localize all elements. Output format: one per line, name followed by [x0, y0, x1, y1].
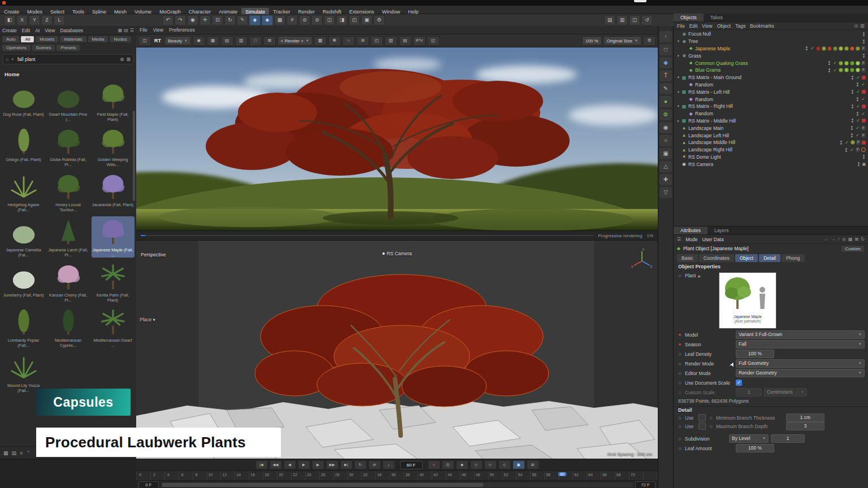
tag-badge[interactable]: F — [861, 46, 866, 51]
add-icon[interactable]: + — [11, 56, 14, 62]
material-swatch[interactable] — [844, 61, 849, 66]
object-row-landscape-middle-hill[interactable]: ▲Landscape Middle Hill✓F — [674, 139, 868, 146]
visibility-dots[interactable] — [852, 104, 853, 108]
mode-menu[interactable]: Mode — [685, 237, 697, 242]
cube-tool-icon[interactable]: □ — [659, 44, 672, 55]
property-select-season[interactable]: Fall▼ — [736, 340, 865, 348]
asset-tile-kanzan-cherry-fall-pl[interactable]: Kanzan Cherry (Fall, Pl... — [47, 262, 90, 303]
filter-presets[interactable]: Presets — [57, 45, 80, 51]
expand-arrow-icon[interactable]: ▾ — [676, 104, 681, 108]
tab-attributes[interactable]: Attributes — [674, 226, 708, 234]
filter-materials[interactable]: Materials — [60, 36, 86, 42]
material-swatch[interactable] — [839, 46, 843, 51]
ruler-tick[interactable]: 54 — [518, 473, 523, 477]
viewport-name-label[interactable]: Perspective — [141, 252, 166, 258]
redshift-tag-icon[interactable] — [862, 119, 866, 123]
render-view-menu-view[interactable]: View — [153, 27, 163, 33]
asset-tile-globe-robinia-fall-pl[interactable]: Globe Robinia (Fall, Pl... — [47, 126, 90, 167]
grid-snap-icon[interactable]: ▦ — [274, 15, 285, 25]
object-row-rs-camera[interactable]: ◉RS Camera▣ — [674, 160, 868, 168]
asset-tile-lombardy-poplar-fall[interactable]: Lombardy Poplar (Fall... — [2, 307, 45, 348]
asset-tile-dwarf-mountain-pine[interactable]: Dwarf Mountain Pine (... — [47, 81, 90, 122]
userdata-menu[interactable]: User Data — [702, 237, 723, 242]
objects-menu-edit[interactable]: Edit — [689, 23, 698, 29]
object-row-common-quaking-grass[interactable]: ♣Common Quaking Grass✓F — [674, 59, 868, 67]
refresh-icon[interactable]: ↻ — [861, 237, 865, 242]
magnet-tool-icon[interactable]: ✚ — [659, 174, 672, 185]
text-tool-icon[interactable]: T — [659, 70, 672, 81]
tag-badge[interactable]: F — [856, 140, 861, 145]
visibility-dots[interactable] — [851, 126, 853, 130]
enabled-check-icon[interactable]: ✓ — [810, 46, 815, 51]
range-end-field[interactable]: 72 F — [635, 481, 656, 488]
clear-icon[interactable]: ⊗ — [120, 56, 124, 62]
pointer-up-icon[interactable]: ↑ — [659, 31, 672, 42]
lock-icon[interactable]: ⊠ — [855, 237, 859, 242]
place-tool-label[interactable]: Place ▾ — [140, 317, 155, 323]
scale-icon[interactable]: ⊡ — [212, 15, 223, 25]
search-icon[interactable]: ◎ — [854, 23, 858, 28]
rt-label[interactable]: RT — [154, 38, 161, 43]
ruler-tick[interactable]: 48 — [476, 473, 480, 477]
sort-icon[interactable]: ≡ — [20, 450, 23, 456]
asset-tile-mediterranean-dwarf[interactable]: Mediterranean Dwarf ... — [92, 307, 134, 348]
ruler-tick[interactable]: 22 — [293, 473, 297, 477]
expand-arrow-icon[interactable]: ▾ — [676, 54, 681, 58]
redshift-tag-icon[interactable] — [862, 90, 866, 94]
ruler-tick[interactable]: 68 — [617, 473, 621, 477]
render-target-select[interactable]: < Render >▼ — [277, 36, 313, 45]
home-icon[interactable]: ⌂ — [6, 56, 8, 62]
solo-icon[interactable]: ◨ — [336, 15, 348, 25]
layout-b-icon[interactable]: ▥ — [617, 15, 628, 25]
object-row-blue-grama[interactable]: ♣Blue Grama✓F — [674, 67, 868, 74]
render-view-menu-file[interactable]: File — [140, 27, 147, 33]
search-input[interactable] — [16, 56, 118, 63]
ruler-tick[interactable]: 62 — [574, 473, 579, 477]
object-row-random[interactable]: ◆Random✓ — [674, 95, 868, 103]
visibility-dots[interactable] — [863, 32, 865, 36]
asset-tile-field-maple-fall-plant[interactable]: Field Maple (Fall, Plant) — [92, 81, 134, 122]
enable-deformers-icon[interactable]: ⊘ — [299, 15, 310, 25]
subdivision-mode-select[interactable]: By Level▼ — [729, 434, 769, 443]
tag-badge[interactable]: F — [861, 126, 866, 130]
cone-tool-icon[interactable]: △ — [659, 161, 672, 172]
lock-icon[interactable]: ⊠ — [126, 56, 131, 62]
up-icon[interactable]: ↑ — [837, 237, 840, 242]
asset-tile-mound-lily-yucca-fall[interactable]: Mound Lily Yucca (Fall... — [2, 352, 45, 393]
rotation-key-icon[interactable]: ◇ — [498, 460, 511, 469]
goto-end-button[interactable]: ▶| — [340, 460, 353, 469]
range-start-field[interactable]: 0 F — [138, 481, 159, 488]
list-view-icon[interactable]: ▤ — [12, 450, 17, 456]
ruler-tick[interactable]: 66 — [602, 473, 607, 477]
attr-tab-object[interactable]: Object — [735, 254, 758, 262]
ruler-tick[interactable]: 34 — [377, 473, 381, 477]
ruler-tick[interactable]: 52 — [504, 473, 509, 477]
object-row-japanese-maple[interactable]: ♣Japanese Maple✓F — [674, 45, 868, 53]
visibility-dots[interactable] — [863, 40, 865, 43]
ruler-tick[interactable]: 10 — [209, 473, 213, 477]
enabled-check-icon[interactable]: ✓ — [861, 111, 866, 116]
snapshot-icon[interactable]: ◫ — [629, 15, 640, 25]
visibility-dots[interactable] — [828, 68, 830, 72]
objects-menu-tags[interactable]: Tags — [735, 23, 745, 29]
panel-list-icon[interactable]: ▤ — [124, 28, 128, 33]
checker-icon[interactable]: ▩ — [314, 36, 327, 46]
autokey-button[interactable]: Ⓐ — [442, 460, 454, 469]
object-row-rs-matrix-middle-hill[interactable]: ▸▦RS Matrix - Middle Hill✓ — [674, 117, 868, 125]
render-view-icon[interactable]: ◰ — [349, 15, 360, 25]
tab-takes[interactable]: Takes — [704, 14, 730, 21]
objects-menu-object[interactable]: Object — [717, 23, 731, 29]
timeline-ruler[interactable]: 0246810121416182022242628303234363840424… — [136, 470, 658, 481]
use-checkbox[interactable] — [698, 414, 706, 421]
save-image-icon[interactable]: ◫ — [138, 36, 151, 46]
use-checkbox[interactable] — [698, 422, 706, 430]
visibility-dots[interactable] — [840, 141, 842, 145]
ruler-tick[interactable]: 0 — [139, 473, 141, 477]
enabled-check-icon[interactable]: ✓ — [856, 104, 861, 109]
enabled-check-icon[interactable]: ✓ — [856, 89, 861, 94]
visibility-dots[interactable] — [828, 61, 830, 65]
grid-icon[interactable]: ▦ — [848, 237, 853, 242]
custom-button[interactable]: Custom — [841, 245, 865, 252]
asset-tile-honey-locust-sunbur[interactable]: Honey Locust 'Sunbur... — [47, 171, 90, 212]
asset-tile-kentia-palm-fall-plant[interactable]: Kentia Palm (Fall, Plant) — [92, 262, 134, 303]
